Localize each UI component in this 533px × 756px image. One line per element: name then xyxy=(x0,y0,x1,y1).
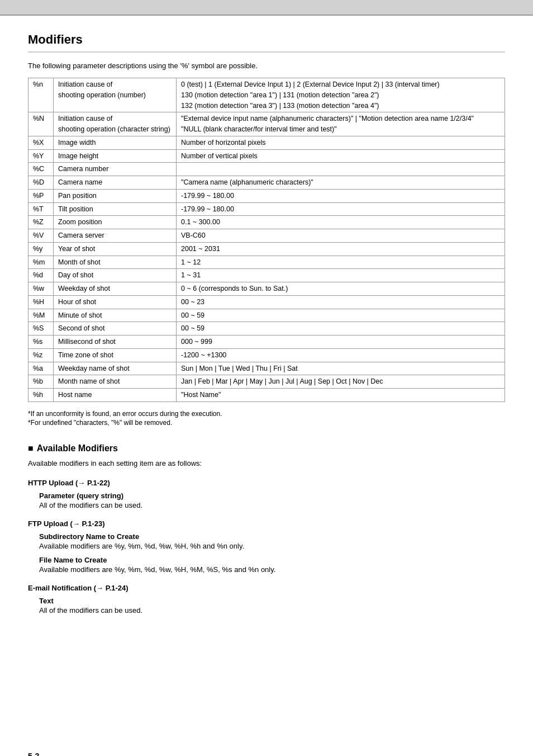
group-title: FTP Upload (→ P.1-23) xyxy=(28,519,505,528)
description-cell: Camera name xyxy=(54,176,177,190)
description-cell: Millisecond of shot xyxy=(54,336,177,349)
description-cell: Minute of shot xyxy=(54,309,177,322)
table-row: %mMonth of shot1 ~ 12 xyxy=(28,256,505,269)
groups-container: HTTP Upload (→ P.1-22)Parameter (query s… xyxy=(28,479,505,615)
modifier-cell: %D xyxy=(28,176,54,190)
value-cell: -179.99 ~ 180.00 xyxy=(177,189,505,202)
modifier-group: HTTP Upload (→ P.1-22)Parameter (query s… xyxy=(28,479,505,509)
value-cell: Jan | Feb | Mar | Apr | May | Jun | Jul … xyxy=(177,375,505,389)
description-cell: Second of shot xyxy=(54,322,177,336)
description-cell: Hour of shot xyxy=(54,295,177,309)
modifier-cell: %y xyxy=(28,242,54,256)
value-cell: 2001 ~ 2031 xyxy=(177,242,505,256)
description-cell: Initiation cause ofshooting operation (n… xyxy=(54,78,177,112)
table-row: %CCamera number xyxy=(28,163,505,176)
value-cell: 00 ~ 23 xyxy=(177,295,505,309)
modifier-cell: %M xyxy=(28,309,54,322)
table-row: %nInitiation cause ofshooting operation … xyxy=(28,78,505,112)
modifier-cell: %s xyxy=(28,336,54,349)
table-row: %yYear of shot2001 ~ 2031 xyxy=(28,242,505,256)
table-row: %VCamera serverVB-C60 xyxy=(28,229,505,243)
modifier-group: E-mail Notification (→ P.1-24)TextAll of… xyxy=(28,584,505,615)
table-row: %TTilt position-179.99 ~ 180.00 xyxy=(28,202,505,216)
description-cell: Camera server xyxy=(54,229,177,243)
value-cell: 0.1 ~ 300.00 xyxy=(177,216,505,229)
footnote-1: *If an unconformity is found, an error o… xyxy=(28,410,505,418)
table-row: %YImage heightNumber of vertical pixels xyxy=(28,149,505,163)
table-row: %HHour of shot00 ~ 23 xyxy=(28,295,505,309)
modifier-cell: %d xyxy=(28,269,54,282)
intro-text: The following parameter descriptions usi… xyxy=(28,62,505,70)
modifier-cell: %m xyxy=(28,256,54,269)
description-cell: Month of shot xyxy=(54,256,177,269)
modifier-cell: %b xyxy=(28,375,54,389)
value-cell: "External device input name (alphanumeri… xyxy=(177,112,505,136)
available-modifiers-title: Available Modifiers xyxy=(37,443,118,453)
modifier-cell: %z xyxy=(28,348,54,362)
value-cell: -179.99 ~ 180.00 xyxy=(177,202,505,216)
table-row: %NInitiation cause ofshooting operation … xyxy=(28,112,505,136)
value-cell: 1 ~ 31 xyxy=(177,269,505,282)
description-cell: Tilt position xyxy=(54,202,177,216)
table-row: %bMonth name of shotJan | Feb | Mar | Ap… xyxy=(28,375,505,389)
value-cell: Number of horizontal pixels xyxy=(177,136,505,149)
modifier-cell: %h xyxy=(28,389,54,402)
table-row: %hHost name"Host Name" xyxy=(28,389,505,402)
table-row: %dDay of shot1 ~ 31 xyxy=(28,269,505,282)
table-row: %SSecond of shot00 ~ 59 xyxy=(28,322,505,336)
description-cell: Weekday of shot xyxy=(54,282,177,296)
description-cell: Initiation cause ofshooting operation (c… xyxy=(54,112,177,136)
value-cell: VB-C60 xyxy=(177,229,505,243)
value-cell: 0 (test) | 1 (External Device Input 1) |… xyxy=(177,78,505,112)
table-row: %DCamera name"Camera name (alphanumeric … xyxy=(28,176,505,190)
table-row: %ZZoom position0.1 ~ 300.00 xyxy=(28,216,505,229)
footnotes: *If an unconformity is found, an error o… xyxy=(28,410,505,427)
modifier-cell: %H xyxy=(28,295,54,309)
param-title: File Name to Create xyxy=(28,556,505,564)
table-row: %sMillisecond of shot000 ~ 999 xyxy=(28,336,505,349)
page-title: Modifiers xyxy=(28,32,505,53)
table-row: %XImage widthNumber of horizontal pixels xyxy=(28,136,505,149)
description-cell: Time zone of shot xyxy=(54,348,177,362)
description-cell: Zoom position xyxy=(54,216,177,229)
modifier-cell: %a xyxy=(28,362,54,375)
value-cell: "Host Name" xyxy=(177,389,505,402)
group-title: HTTP Upload (→ P.1-22) xyxy=(28,479,505,487)
table-row: %PPan position-179.99 ~ 180.00 xyxy=(28,189,505,202)
modifier-cell: %w xyxy=(28,282,54,296)
param-title: Subdirectory Name to Create xyxy=(28,532,505,541)
description-cell: Image height xyxy=(54,149,177,163)
description-cell: Host name xyxy=(54,389,177,402)
param-text: All of the modifiers can be used. xyxy=(28,606,505,615)
description-cell: Camera number xyxy=(54,163,177,176)
modifier-cell: %N xyxy=(28,112,54,136)
top-bar xyxy=(0,0,533,16)
param-title: Parameter (query string) xyxy=(28,492,505,500)
description-cell: Year of shot xyxy=(54,242,177,256)
page-number: 5-2 xyxy=(28,752,39,756)
available-intro: Available modifiers in each setting item… xyxy=(28,459,505,467)
modifier-cell: %V xyxy=(28,229,54,243)
param-text: Available modifiers are %y, %m, %d, %w, … xyxy=(28,542,505,550)
table-row: %MMinute of shot00 ~ 59 xyxy=(28,309,505,322)
modifier-cell: %n xyxy=(28,78,54,112)
description-cell: Day of shot xyxy=(54,269,177,282)
value-cell: 1 ~ 12 xyxy=(177,256,505,269)
value-cell: 0 ~ 6 (corresponds to Sun. to Sat.) xyxy=(177,282,505,296)
description-cell: Weekday name of shot xyxy=(54,362,177,375)
description-cell: Image width xyxy=(54,136,177,149)
modifier-group: FTP Upload (→ P.1-23)Subdirectory Name t… xyxy=(28,519,505,574)
modifier-cell: %Z xyxy=(28,216,54,229)
value-cell xyxy=(177,163,505,176)
table-row: %wWeekday of shot0 ~ 6 (corresponds to S… xyxy=(28,282,505,296)
available-modifiers-header: Available Modifiers xyxy=(28,443,505,453)
value-cell: -1200 ~ +1300 xyxy=(177,348,505,362)
table-row: %zTime zone of shot-1200 ~ +1300 xyxy=(28,348,505,362)
description-cell: Pan position xyxy=(54,189,177,202)
modifiers-table: %nInitiation cause ofshooting operation … xyxy=(28,78,505,402)
modifier-cell: %X xyxy=(28,136,54,149)
modifier-cell: %Y xyxy=(28,149,54,163)
group-title: E-mail Notification (→ P.1-24) xyxy=(28,584,505,592)
param-title: Text xyxy=(28,597,505,605)
param-text: Available modifiers are %y, %m, %d, %w, … xyxy=(28,565,505,574)
